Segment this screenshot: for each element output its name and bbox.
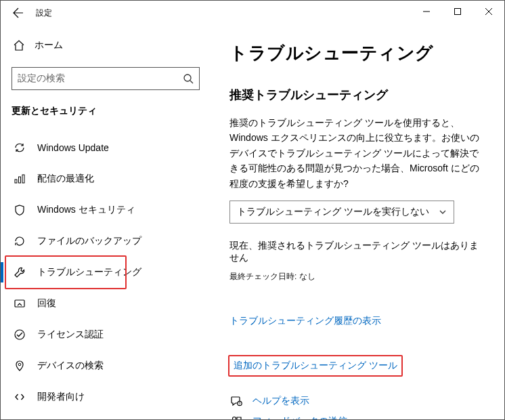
code-icon bbox=[13, 391, 26, 403]
recovery-icon bbox=[13, 297, 26, 310]
page-title: トラブルシューティング bbox=[229, 41, 485, 65]
close-button[interactable] bbox=[473, 1, 504, 22]
sidebar-item-label: Windows セキュリティ bbox=[37, 204, 135, 216]
home-icon bbox=[13, 39, 25, 51]
additional-troubleshooters-link[interactable]: 追加のトラブルシューティング ツール bbox=[234, 360, 397, 372]
shield-icon bbox=[13, 204, 26, 216]
svg-point-7 bbox=[18, 363, 21, 366]
last-check-text: 最終チェック日時: なし bbox=[229, 271, 485, 282]
feedback-icon bbox=[229, 415, 243, 419]
search-icon bbox=[183, 73, 194, 84]
sidebar-item-label: ファイルのバックアップ bbox=[37, 235, 141, 247]
sidebar-item-find-device[interactable]: デバイスの検索 bbox=[12, 350, 200, 381]
svg-point-6 bbox=[15, 330, 24, 339]
home-label: ホーム bbox=[35, 39, 63, 51]
back-arrow-icon bbox=[13, 7, 24, 18]
maximize-icon bbox=[454, 8, 461, 15]
run-mode-dropdown[interactable]: トラブルシューティング ツールを実行しない bbox=[229, 201, 454, 224]
help-icon: ? bbox=[229, 395, 243, 407]
svg-text:?: ? bbox=[239, 402, 241, 406]
sidebar-item-label: Windows Update bbox=[37, 142, 109, 153]
history-link[interactable]: トラブルシューティング履歴の表示 bbox=[229, 315, 381, 327]
backup-icon bbox=[13, 235, 26, 247]
section-title: 推奨トラブルシューティング bbox=[229, 87, 485, 103]
back-button[interactable] bbox=[6, 1, 30, 25]
location-icon bbox=[13, 360, 26, 372]
close-icon bbox=[485, 8, 492, 15]
optimization-icon bbox=[13, 173, 26, 185]
search-placeholder: 設定の検索 bbox=[18, 72, 65, 85]
wrench-icon bbox=[13, 266, 26, 278]
chevron-down-icon bbox=[439, 208, 447, 216]
sidebar-item-label: ライセンス認証 bbox=[37, 329, 104, 341]
sidebar-item-backup[interactable]: ファイルのバックアップ bbox=[12, 226, 200, 257]
sidebar-item-recovery[interactable]: 回復 bbox=[12, 288, 200, 319]
sidebar-item-label: 配信の最適化 bbox=[37, 173, 94, 185]
sidebar-section-title: 更新とセキュリティ bbox=[12, 105, 200, 117]
svg-rect-0 bbox=[455, 9, 461, 15]
sidebar-item-windows-update[interactable]: Windows Update bbox=[12, 132, 200, 163]
app-title: 設定 bbox=[36, 7, 52, 19]
description-text: 推奨のトラブルシューティング ツールを使用すると、Windows エクスペリエン… bbox=[229, 115, 480, 191]
sidebar-item-delivery-optimization[interactable]: 配信の最適化 bbox=[12, 163, 200, 194]
sync-icon bbox=[13, 142, 26, 154]
sidebar-item-label: トラブルシューティング bbox=[37, 266, 141, 278]
search-input[interactable]: 設定の検索 bbox=[12, 67, 200, 90]
svg-point-10 bbox=[233, 417, 236, 419]
minimize-icon bbox=[423, 8, 430, 15]
sidebar-item-label: 開発者向け bbox=[37, 391, 85, 403]
maximize-button[interactable] bbox=[442, 1, 473, 22]
help-link[interactable]: ヘルプを表示 bbox=[252, 395, 309, 407]
minimize-button[interactable] bbox=[411, 1, 442, 22]
check-circle-icon bbox=[13, 329, 26, 341]
svg-rect-2 bbox=[15, 180, 17, 183]
sidebar-item-for-developers[interactable]: 開発者向け bbox=[12, 381, 200, 413]
svg-rect-3 bbox=[19, 177, 21, 183]
sidebar-item-troubleshoot[interactable]: トラブルシューティング bbox=[12, 257, 200, 288]
status-text: 現在、推奨されるトラブルシューティング ツールはありません bbox=[229, 240, 485, 264]
home-nav[interactable]: ホーム bbox=[12, 32, 200, 59]
feedback-link[interactable]: フィードバックの送信 bbox=[252, 415, 347, 419]
svg-point-1 bbox=[184, 75, 191, 81]
svg-rect-4 bbox=[22, 175, 24, 183]
dropdown-value: トラブルシューティング ツールを実行しない bbox=[237, 206, 429, 218]
sidebar-item-activation[interactable]: ライセンス認証 bbox=[12, 319, 200, 350]
sidebar-item-label: デバイスの検索 bbox=[37, 360, 104, 372]
sidebar-item-label: 回復 bbox=[37, 297, 56, 310]
sidebar-item-windows-security[interactable]: Windows セキュリティ bbox=[12, 194, 200, 226]
